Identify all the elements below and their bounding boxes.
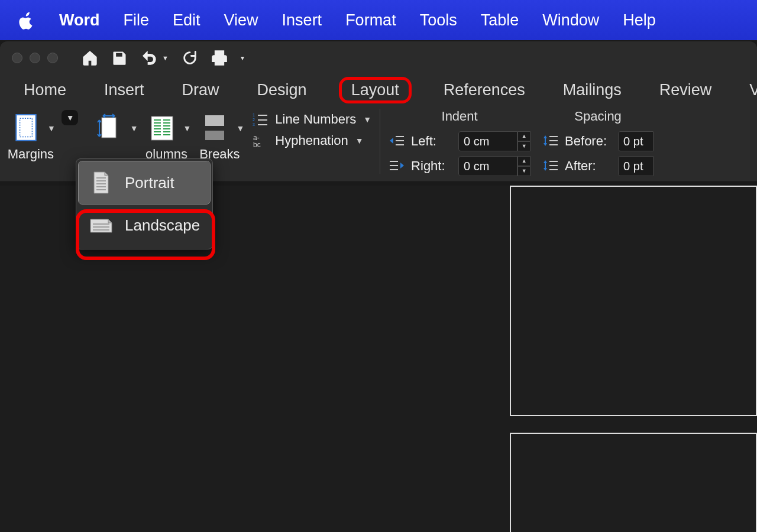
window-titlebar: ▼ ▾ xyxy=(0,41,757,74)
margins-button[interactable] xyxy=(6,110,46,147)
size-dropdown-icon[interactable]: ▼ xyxy=(130,124,138,133)
svg-rect-19 xyxy=(205,131,224,140)
spacing-after-icon xyxy=(542,159,559,173)
menubar-view[interactable]: View xyxy=(224,11,258,30)
indent-right-icon xyxy=(389,159,405,173)
breaks-dropdown-icon[interactable]: ▼ xyxy=(236,124,244,133)
tab-draw[interactable]: Draw xyxy=(176,79,225,102)
indent-right-input[interactable]: ▲▼ xyxy=(458,156,530,176)
orientation-button[interactable]: ▼ xyxy=(62,110,78,125)
menubar-format[interactable]: Format xyxy=(345,11,396,30)
menubar-insert[interactable]: Insert xyxy=(282,11,322,30)
window-traffic-lights[interactable] xyxy=(12,53,58,63)
tab-insert[interactable]: Insert xyxy=(98,79,150,102)
document-page-1[interactable] xyxy=(510,186,757,416)
indent-left-input[interactable]: ▲▼ xyxy=(458,131,530,151)
spacing-before-icon xyxy=(542,134,559,148)
breaks-button[interactable] xyxy=(195,110,235,147)
breaks-icon xyxy=(199,112,230,144)
repeat-icon[interactable] xyxy=(182,50,198,66)
hyphenation-dropdown-icon[interactable]: ▼ xyxy=(355,136,364,145)
tab-mailings[interactable]: Mailings xyxy=(557,79,627,102)
orientation-dropdown-icon[interactable]: ▼ xyxy=(66,113,75,122)
landscape-page-icon xyxy=(88,212,114,238)
indent-right-down[interactable]: ▼ xyxy=(517,166,530,176)
apple-logo-icon[interactable] xyxy=(18,9,35,31)
ribbon-separator xyxy=(380,109,380,174)
margins-icon xyxy=(11,112,41,144)
menubar-app[interactable]: Word xyxy=(59,11,100,30)
indent-title: Indent xyxy=(389,109,530,124)
ribbon-tabs: Home Insert Draw Design Layout Reference… xyxy=(0,74,757,105)
tab-view[interactable]: View xyxy=(743,79,757,102)
orientation-portrait-item[interactable]: Portrait xyxy=(79,161,210,204)
spacing-before-label: Before: xyxy=(565,134,612,149)
paragraph-group: Indent Left: ▲▼ Right: ▲▼ Spacing xyxy=(389,109,654,176)
tab-home[interactable]: Home xyxy=(18,79,72,102)
macos-menubar: Word File Edit View Insert Format Tools … xyxy=(0,0,757,40)
margins-label: Margins xyxy=(8,147,54,162)
hyphenation-icon: a-bc xyxy=(251,132,269,149)
spacing-after-label: After: xyxy=(565,158,612,174)
orientation-menu: Portrait Landscape xyxy=(76,158,213,249)
menubar-edit[interactable]: Edit xyxy=(173,11,200,30)
spacing-title: Spacing xyxy=(542,109,654,124)
svg-text:3: 3 xyxy=(253,122,255,126)
margins-dropdown-icon[interactable]: ▼ xyxy=(47,124,56,133)
menubar-tools[interactable]: Tools xyxy=(420,11,457,30)
line-numbers-dropdown-icon[interactable]: ▼ xyxy=(363,115,371,124)
svg-text:2: 2 xyxy=(253,118,255,122)
minimize-window-icon[interactable] xyxy=(30,53,40,63)
size-button[interactable] xyxy=(89,110,129,147)
orientation-landscape-label: Landscape xyxy=(125,216,200,235)
indent-left-up[interactable]: ▲ xyxy=(517,131,530,141)
svg-text:1: 1 xyxy=(253,113,255,117)
indent-right-label: Right: xyxy=(411,158,452,174)
hyphenation-button[interactable]: a-bc Hyphenation ▼ xyxy=(251,132,371,149)
undo-icon[interactable] xyxy=(141,50,157,66)
close-window-icon[interactable] xyxy=(12,53,22,63)
columns-icon xyxy=(147,112,177,144)
svg-rect-18 xyxy=(205,115,224,126)
menubar-window[interactable]: Window xyxy=(542,11,599,30)
line-numbers-label: Line Numbers xyxy=(275,112,356,127)
columns-dropdown-icon[interactable]: ▼ xyxy=(183,124,192,133)
line-numbers-icon: 123 xyxy=(251,111,269,128)
hyphenation-label: Hyphenation xyxy=(275,133,348,148)
spacing-after-input[interactable] xyxy=(618,156,654,176)
print-icon[interactable] xyxy=(211,50,228,66)
tab-layout[interactable]: Layout xyxy=(339,77,412,103)
menubar-help[interactable]: Help xyxy=(623,11,656,30)
size-icon xyxy=(93,112,124,144)
indent-left-field[interactable] xyxy=(458,131,517,151)
portrait-page-icon xyxy=(88,170,114,196)
tab-review[interactable]: Review xyxy=(654,79,718,102)
indent-left-down[interactable]: ▼ xyxy=(517,141,530,151)
line-numbers-button[interactable]: 123 Line Numbers ▼ xyxy=(251,111,371,128)
home-icon[interactable] xyxy=(82,50,98,66)
save-icon[interactable] xyxy=(111,50,128,66)
document-page-2[interactable] xyxy=(510,433,757,532)
orientation-portrait-label: Portrait xyxy=(125,174,174,192)
columns-button[interactable] xyxy=(142,110,182,147)
spacing-after-field[interactable] xyxy=(618,156,654,176)
spacing-before-input[interactable] xyxy=(618,131,654,151)
menubar-file[interactable]: File xyxy=(124,11,150,30)
undo-dropdown-icon[interactable]: ▼ xyxy=(162,54,169,61)
indent-left-label: Left: xyxy=(411,134,452,149)
indent-right-field[interactable] xyxy=(458,156,517,176)
customize-qat-icon[interactable]: ▾ xyxy=(241,54,244,62)
orientation-landscape-item[interactable]: Landscape xyxy=(79,204,210,246)
menubar-table[interactable]: Table xyxy=(481,11,519,30)
tab-design[interactable]: Design xyxy=(251,79,313,102)
svg-text:bc: bc xyxy=(253,141,261,148)
zoom-window-icon[interactable] xyxy=(47,53,58,63)
spacing-before-field[interactable] xyxy=(618,131,654,151)
indent-right-up[interactable]: ▲ xyxy=(517,156,530,166)
svg-rect-4 xyxy=(102,118,116,138)
indent-left-icon xyxy=(389,134,405,148)
tab-references[interactable]: References xyxy=(438,79,531,102)
